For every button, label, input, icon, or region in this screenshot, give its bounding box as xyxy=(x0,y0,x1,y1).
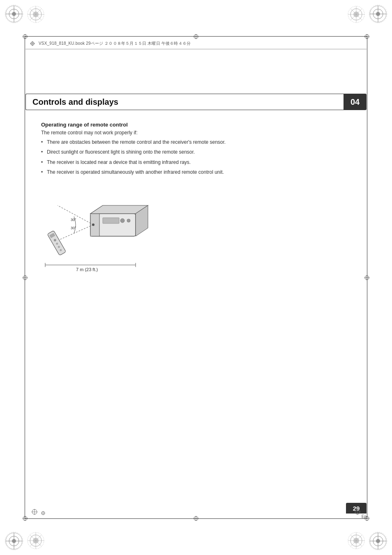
svg-point-54 xyxy=(120,219,125,223)
chapter-title: Controls and displays xyxy=(32,97,118,107)
svg-text:30°: 30° xyxy=(71,226,76,230)
bullet-item-3: The receiver is located near a device th… xyxy=(41,159,247,166)
chapter-number: 04 xyxy=(350,97,360,107)
svg-rect-52 xyxy=(90,214,99,236)
deco-circle-br xyxy=(346,530,367,551)
chapter-number-box: 04 xyxy=(344,94,367,110)
header-crosshair-left xyxy=(30,41,35,46)
page-lang: En xyxy=(362,514,367,519)
svg-text:7 m (23 ft.): 7 m (23 ft.) xyxy=(76,267,98,272)
reg-mark-tl xyxy=(4,4,24,24)
svg-point-55 xyxy=(127,219,130,222)
inner-reg-bl2 xyxy=(40,510,46,516)
intro-text: The remote control may not work properly… xyxy=(41,130,247,136)
deco-circle-bl xyxy=(25,530,46,551)
remote-diagram: 30° 30° 7 m (23 ft.) xyxy=(41,201,164,283)
chapter-bar: Controls and displays 04 xyxy=(25,94,367,110)
bullet-item-1: There are obstacles between the remote c… xyxy=(41,139,247,146)
reg-mark-br xyxy=(368,531,388,551)
bullet-item-2: Direct sunlight or fluorescent light is … xyxy=(41,149,247,156)
reg-mark-bl xyxy=(4,531,24,551)
diagram-area: 30° 30° 7 m (23 ft.) xyxy=(41,201,164,283)
deco-circle-tl xyxy=(25,4,46,25)
bullet-list: There are obstacles between the remote c… xyxy=(41,139,247,176)
reg-mark-tr xyxy=(368,4,388,24)
deco-circle-tr xyxy=(346,4,367,25)
svg-rect-53 xyxy=(103,218,119,223)
inner-reg-bl xyxy=(30,508,39,516)
inner-reg-br xyxy=(353,508,362,516)
mid-crosshair-left xyxy=(22,274,28,281)
content-area: Operating range of remote control The re… xyxy=(41,122,247,184)
file-info-text: VSX_918_818_KU.book 29ページ ２００８年５月１５日 木曜日… xyxy=(39,41,191,46)
svg-text:30°: 30° xyxy=(71,218,76,222)
mid-crosshair-right xyxy=(364,274,370,281)
mid-crosshair-bottom xyxy=(193,515,199,522)
section-heading: Operating range of remote control xyxy=(41,122,247,128)
file-info-strip: VSX_918_818_KU.book 29ページ ２００８年５月１５日 木曜日… xyxy=(25,38,367,49)
chapter-title-box: Controls and displays xyxy=(25,94,344,110)
bullet-item-4: The receiver is operated simultaneously … xyxy=(41,169,247,176)
